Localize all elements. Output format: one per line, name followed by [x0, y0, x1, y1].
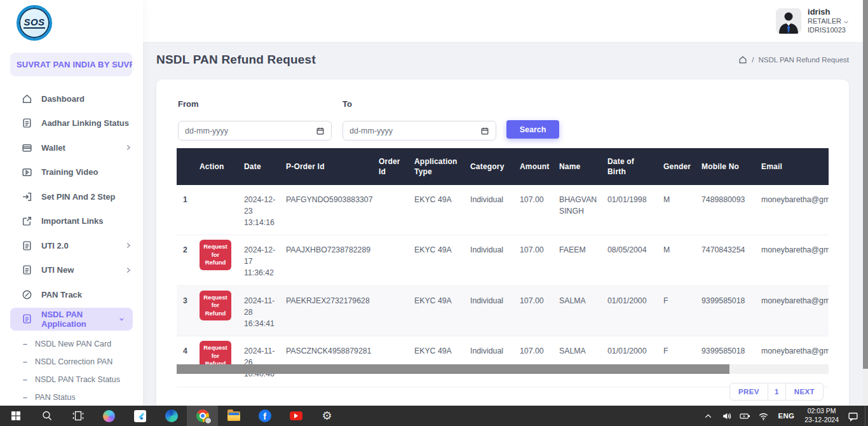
column-header-action: Action [200, 148, 244, 185]
column-header-name: Name [559, 148, 607, 185]
sidebar-subitem-nsdl-new-pan-card[interactable]: –NSDL New PAN Card [0, 335, 143, 353]
file-explorer-icon[interactable] [218, 406, 249, 426]
from-date-placeholder: dd-mm-yyyy [185, 127, 228, 135]
cell-category: Individual [470, 235, 520, 285]
copilot-icon[interactable] [93, 406, 125, 426]
vertical-scrollbar-thumb[interactable] [863, 0, 868, 369]
cell-dob: 08/05/2004 [607, 235, 663, 285]
show-desktop-button[interactable] [865, 406, 868, 426]
page-title: NSDL PAN Refund Request [156, 53, 316, 67]
prev-page-button[interactable]: PREV [729, 383, 768, 401]
settings-icon[interactable]: ⚙ [311, 406, 342, 426]
battery-icon[interactable] [736, 406, 754, 426]
breadcrumb-current: NSDL PAN Refund Request [758, 56, 849, 64]
sidebar-item-uti-new[interactable]: UTI New [0, 258, 143, 283]
sidebar-subitem-pan-status[interactable]: –PAN Status [0, 388, 143, 406]
sidebar-item-important-links[interactable]: Important Links [0, 209, 143, 234]
brand-banner[interactable]: SUVRAT PAN INDIA BY SUVR [10, 53, 132, 76]
column-header-order-id: Order Id [379, 148, 414, 185]
sidebar-item-wallet[interactable]: Wallet [0, 135, 143, 160]
facebook-icon[interactable]: f [249, 406, 280, 426]
document-icon [22, 240, 32, 251]
cell-mobile: 7470843254 [702, 235, 761, 285]
sidebar-item-label: Dashboard [41, 94, 85, 104]
cell-email: moneybaretha@gm [761, 235, 829, 285]
sidebar-item-label: UTI 2.0 [41, 241, 69, 251]
dash-icon: – [23, 357, 27, 366]
sidebar-item-training-video[interactable]: Training Video [0, 160, 143, 185]
task-view-icon[interactable] [62, 406, 93, 426]
sidebar-item-nsdl-pan-application[interactable]: NSDL PAN Application [10, 308, 133, 331]
sidebar-item-label: Important Links [41, 216, 104, 226]
table-header-row: ActionDateP-Order IdOrder IdApplication … [177, 148, 829, 185]
flutter-icon[interactable] [125, 406, 156, 426]
next-page-button[interactable]: NEXT [785, 383, 824, 401]
table-body: 12024-12-23 13:14:16PAFGYNDO5903883307EK… [177, 185, 829, 387]
cell-sno: 3 [177, 286, 200, 336]
request-refund-button[interactable]: Request for Refund [200, 240, 231, 270]
sidebar-subitem-nsdl-pan-track-status[interactable]: –NSDL PAN Track Status [0, 371, 143, 388]
refund-table: ActionDateP-Order IdOrder IdApplication … [177, 148, 829, 387]
cell-email: moneybaretha@gm [761, 185, 829, 235]
speaker-icon[interactable] [717, 406, 736, 426]
cell-gender: M [663, 235, 702, 285]
cell-sno: 1 [177, 185, 200, 235]
compass-icon [22, 289, 32, 300]
wifi-icon[interactable] [754, 406, 773, 426]
search-button[interactable]: Search [506, 120, 559, 139]
cell-order-id [379, 185, 414, 235]
youtube-icon[interactable] [280, 406, 311, 426]
chevron-right-icon [124, 241, 133, 250]
cell-category: Individual [470, 185, 520, 235]
sidebar-item-pan-track[interactable]: PAN Track [0, 282, 143, 307]
cell-dob: 01/01/2000 [607, 286, 663, 336]
user-id: IDRIS10023 [808, 26, 849, 35]
search-icon[interactable] [31, 406, 62, 426]
cell-amount: 107.00 [520, 286, 559, 336]
calendar-icon[interactable] [316, 127, 325, 135]
chrome-icon[interactable] [187, 406, 218, 426]
page-number-button[interactable]: 1 [768, 383, 786, 401]
table-row: 3Request for Refund2024-11-28 16:34:41PA… [177, 286, 829, 336]
cell-order-id [379, 336, 414, 386]
to-date-input[interactable]: dd-mm-yyyy [342, 121, 496, 141]
cell-order-id [379, 235, 414, 285]
sidebar-item-aadhar-linking-status[interactable]: Aadhar Linking Status [0, 111, 143, 136]
avatar [776, 8, 801, 34]
sos-logo: SOS [17, 5, 52, 41]
sidebar-subitem-nsdl-correction-pan[interactable]: –NSDL Correction PAN [0, 353, 143, 371]
cell-action: Request for Refund [200, 286, 244, 336]
from-label: From [178, 99, 199, 109]
from-date-input[interactable]: dd-mm-yyyy [178, 121, 332, 141]
edge-icon[interactable] [156, 406, 187, 426]
system-clock[interactable]: 02:03 PM 23-12-2024 [799, 407, 844, 424]
sidebar-item-label: Aadhar Linking Status [41, 118, 129, 128]
start-icon[interactable] [0, 406, 31, 426]
sidebar-item-dashboard[interactable]: Dashboard [0, 86, 143, 111]
to-label: To [342, 99, 352, 109]
dash-icon: – [23, 393, 27, 402]
cell-sno: 2 [177, 235, 200, 285]
cell-application-type: EKYC 49A [414, 336, 470, 386]
vertical-scrollbar[interactable] [863, 0, 868, 406]
user-role: RETAILER [808, 17, 841, 26]
horizontal-scrollbar-thumb[interactable] [177, 364, 729, 374]
notification-icon[interactable] [844, 406, 862, 426]
column-header-sno [177, 148, 200, 185]
request-refund-button[interactable]: Request for Refund [200, 291, 231, 320]
cell-p-order-id: PASCZNCK4958879281 [286, 336, 379, 386]
user-menu[interactable]: idrish RETAILER IDRIS10023 [776, 7, 849, 35]
sidebar-item-set-pin-and-2-step[interactable]: Set PIN And 2 Step [0, 184, 143, 209]
chevron-down-icon[interactable] [843, 19, 849, 25]
main-content: NSDL PAN Refund Request / NSDL PAN Refun… [143, 43, 863, 406]
chevron-up-icon[interactable] [699, 406, 717, 426]
calendar-icon[interactable] [480, 127, 489, 135]
login-icon [22, 191, 32, 202]
sidebar-item-uti-2-0[interactable]: UTI 2.0 [0, 233, 143, 258]
language-indicator[interactable]: ENG [773, 412, 799, 420]
chevron-down-icon [118, 315, 126, 322]
home-icon[interactable] [738, 55, 747, 64]
cell-date: 2024-12-17 11:36:42 [244, 235, 286, 285]
horizontal-scrollbar[interactable] [177, 364, 829, 374]
cell-mobile: 9399585018 [702, 336, 761, 386]
